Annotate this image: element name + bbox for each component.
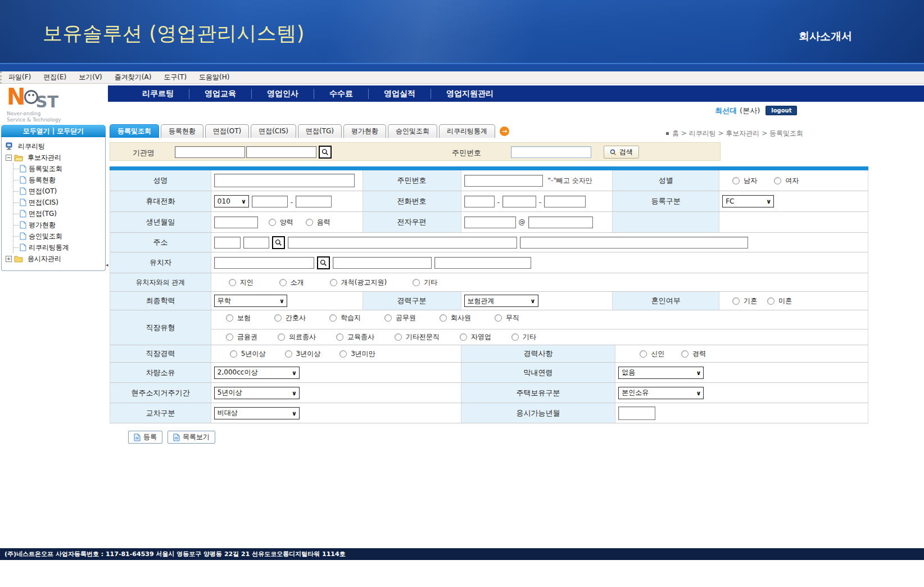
tab-register-status[interactable]: 등록현황 [161,124,203,138]
recruiter-input-1[interactable] [214,257,314,269]
tree-collapse-icon[interactable] [6,155,12,161]
radio-circle[interactable] [413,279,420,286]
recruiter-search-button[interactable] [317,256,330,269]
menubar-item-5[interactable]: 도구(T) [164,73,187,82]
search-submit-button[interactable]: 검색 [604,146,639,159]
radio-circle[interactable] [732,177,740,184]
tree-expand-icon[interactable] [6,256,12,262]
radio-circle[interactable] [767,297,774,305]
tab-recruiting-stats[interactable]: 리쿠리팅통계 [439,124,495,138]
tab-interview-ot[interactable]: 면접(OT) [205,124,249,138]
org-name-input[interactable] [246,146,316,158]
radio-circle[interactable] [395,333,402,341]
radio-circle[interactable] [330,279,337,286]
tree-folder-applicants[interactable]: 응시자관리 [6,253,105,264]
radio-circle[interactable] [279,279,287,286]
radio-option-2[interactable]: 여자 [774,176,799,186]
radio-circle[interactable] [336,333,343,341]
radio-circle[interactable] [285,350,292,358]
address-search-button[interactable] [272,236,285,249]
menubar-item-4[interactable]: 즐겨찾기(A) [115,73,152,82]
radio-circle[interactable] [278,333,285,341]
phone-input-2[interactable] [502,196,536,207]
tree-expand-collapse-all[interactable]: 모두열기 | 모두닫기 [1,125,106,137]
career-type-select[interactable]: 보험관계 [464,295,538,307]
nav-item-4[interactable]: 수수료 [314,89,368,99]
nav-item-6[interactable]: 영업지원관리 [431,89,509,99]
mobile-prefix-select[interactable]: 010 [214,195,249,207]
car-select[interactable]: 2,000cc이상 [214,367,300,379]
regtype-select[interactable]: FC [722,195,774,207]
radio-circle[interactable] [329,314,337,322]
radio-circle[interactable] [339,350,347,358]
cross-select[interactable]: 비대상 [214,407,300,419]
radio-option-2[interactable]: 간호사 [274,313,306,323]
radio-circle[interactable] [460,333,467,341]
logout-button[interactable]: logout [766,106,797,115]
radio-option-1[interactable]: 신인 [640,349,664,359]
jumin-input[interactable] [464,175,543,187]
email-input-1[interactable] [464,216,516,228]
radio-circle[interactable] [274,314,282,322]
sidebar-item-7[interactable]: 승인및조회 [13,231,105,242]
zipcode-input-2[interactable] [243,237,269,249]
phone-input-3[interactable] [544,196,586,207]
radio-option-2[interactable]: 경력 [681,349,706,359]
radio-circle[interactable] [229,279,236,286]
radio-option-1[interactable]: 5년이상 [230,349,266,359]
radio-option-1[interactable]: 지인 [229,278,253,287]
radio-circle[interactable] [681,350,689,358]
youngest-age-select[interactable]: 없음 [618,367,704,379]
radio-option-2[interactable]: 소개 [279,278,304,287]
org-code-input[interactable] [175,146,245,158]
radio-circle[interactable] [440,314,447,322]
menubar-item-3[interactable]: 보기(V) [79,73,102,82]
tab-interview-tg[interactable]: 면접(TG) [298,124,342,138]
phone-input-1[interactable] [464,196,495,207]
radio-option-4[interactable]: 공무원 [384,313,416,323]
birth-input[interactable] [214,216,258,228]
zipcode-input-1[interactable] [214,237,241,249]
radio-option-2[interactable]: 미혼 [767,296,792,306]
menubar-item-1[interactable]: 파일(F) [8,73,31,82]
radio-circle[interactable] [732,297,740,305]
radio-option-6[interactable]: 무직 [495,313,519,323]
radio-option-4[interactable]: 기타 [413,278,437,287]
radio-circle[interactable] [774,177,781,184]
radio-option-1[interactable]: 금융권 [226,332,257,342]
radio-circle[interactable] [384,314,392,322]
radio-option-2[interactable]: 의료종사 [278,332,316,342]
radio-option-1[interactable]: 보험 [226,313,251,323]
sidebar-item-5[interactable]: 면접(TG) [13,208,105,219]
jumin-search-input[interactable] [511,146,591,158]
recruiter-input-2[interactable] [333,257,432,269]
recruiter-input-3[interactable] [434,257,531,269]
email-input-2[interactable] [528,216,593,228]
address-input-2[interactable] [520,237,748,249]
radio-option-3[interactable]: 3년미만 [339,349,375,359]
tab-next-arrow-icon[interactable] [500,127,509,136]
radio-circle[interactable] [230,350,237,358]
sidebar-item-8[interactable]: 리쿠리팅통계 [13,242,105,253]
mobile-input-1[interactable] [252,196,288,207]
radio-option-3[interactable]: 교육종사 [336,332,374,342]
education-select[interactable]: 무학 [214,295,287,307]
sidebar-item-2[interactable]: 등록현황 [13,174,105,186]
org-search-button[interactable] [319,146,332,159]
address-input-1[interactable] [288,237,517,249]
radio-option-3[interactable]: 개척(광고지원) [330,278,387,287]
tree-folder-candidates[interactable]: 후보자관리 [6,152,105,163]
name-input[interactable] [214,174,355,187]
radio-option-5[interactable]: 자영업 [460,332,491,342]
radio-option-1[interactable]: 양력 [269,218,293,227]
radio-option-5[interactable]: 회사원 [440,313,471,323]
radio-option-2[interactable]: 3년이상 [285,349,321,359]
radio-option-1[interactable]: 남자 [732,176,757,186]
tree-root-recruiting[interactable]: 리쿠리팅 [6,141,105,152]
sidebar-item-6[interactable]: 평가현황 [13,219,105,231]
radio-circle[interactable] [495,314,502,322]
register-button[interactable]: 등록 [128,431,162,444]
radio-option-1[interactable]: 기혼 [732,296,757,306]
house-select[interactable]: 본인소유 [618,387,704,399]
radio-option-3[interactable]: 학습지 [329,313,361,323]
